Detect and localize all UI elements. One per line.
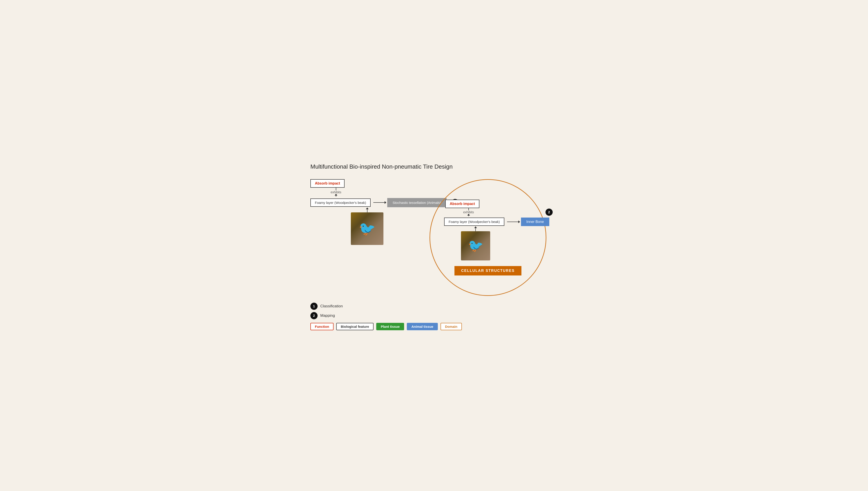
mapping-label: Mapping [320, 313, 335, 318]
arrowhead-up [366, 207, 369, 209]
right-foamy-row: Foamy layer (Woodpecker's beak) Inner Bo… [444, 218, 534, 226]
legend-badge-1: 1 [310, 302, 318, 310]
left-arrow-right [373, 202, 384, 203]
tag-animal: Animal tissue [407, 323, 438, 330]
right-exhibits-col: exhibits [463, 208, 474, 216]
left-absorb-label: Absorb impact [315, 181, 340, 185]
right-vert1 [468, 208, 469, 210]
tag-plant: Plant tissue [376, 323, 404, 330]
legend-area: 1 Classification 2 Mapping [310, 302, 558, 319]
legend-mapping: 2 Mapping [310, 312, 558, 319]
left-arrow-area: exhibits [313, 188, 341, 197]
big-circle: Absorb impact exhibits F [430, 179, 546, 296]
legend-classification: 1 Classification [310, 302, 558, 310]
main-content: Absorb impact exhibits Foamy layer [310, 179, 558, 296]
badge-2-connector: 2 [545, 208, 553, 216]
left-diagram: Absorb impact exhibits Foamy layer [310, 179, 418, 245]
right-vert2 [468, 214, 469, 216]
left-foamy-row: Foamy layer (Woodpecker's beak) Stochast… [310, 198, 418, 207]
left-up-arrow [367, 209, 368, 212]
right-absorb-wrapper: Absorb impact exhibits [443, 200, 533, 216]
slide: Multifunctional Bio-inspired Non-pneumat… [299, 154, 569, 337]
right-arrowhead [467, 214, 470, 215]
right-woodpecker-col: 🐦 [461, 228, 490, 260]
left-foamy-label: Foamy layer (Woodpecker's beak) [315, 201, 366, 205]
left-foamy-box: Foamy layer (Woodpecker's beak) [310, 199, 371, 207]
left-absorb-box: Absorb impact [310, 179, 345, 188]
right-absorb-box: Absorb impact [445, 200, 480, 208]
tag-function: Function [310, 323, 333, 330]
left-exhibits-col: exhibits [331, 188, 341, 197]
right-up-arrow [476, 228, 476, 231]
left-vert2 [336, 194, 336, 197]
tag-domain: Domain [440, 323, 462, 330]
right-absorb-label: Absorb impact [450, 202, 475, 206]
tags-row: Function Biological feature Plant tissue… [310, 323, 558, 330]
circle-content: Absorb impact exhibits F [443, 200, 533, 276]
left-absorb-wrapper: Absorb impact exhibits [310, 179, 418, 197]
inner-bone-box: Inner Bone 2 [521, 218, 549, 226]
right-circle-area: Absorb impact exhibits F [418, 179, 558, 296]
left-woodpecker-col: 🐦 [316, 209, 418, 245]
right-foamy-label: Foamy layer (Woodpecker's beak) [449, 220, 500, 224]
right-arrow-right [507, 222, 518, 222]
legend-badge-2: 2 [310, 312, 318, 319]
left-vert1 [336, 188, 336, 191]
left-woodpecker-image: 🐦 [351, 212, 383, 245]
right-woodpecker-image: 🐦 [461, 231, 490, 260]
left-arrowhead [335, 194, 337, 196]
left-exhibits-text: exhibits [331, 191, 341, 194]
cellular-structures-label: CELLULAR STRUCTURES [461, 269, 515, 272]
classification-label: Classification [320, 304, 343, 309]
tag-biological: Biological feature [336, 323, 374, 330]
right-exhibits-text: exhibits [463, 210, 474, 214]
cellular-structures-button[interactable]: CELLULAR STRUCTURES [455, 266, 521, 276]
right-foamy-box: Foamy layer (Woodpecker's beak) [444, 218, 504, 226]
page-title: Multifunctional Bio-inspired Non-pneumat… [310, 163, 558, 170]
right-arrowhead2 [474, 226, 477, 228]
bottom-area: 1 Classification 2 Mapping Function Biol… [310, 302, 558, 330]
inner-bone-label: Inner Bone [526, 220, 544, 224]
